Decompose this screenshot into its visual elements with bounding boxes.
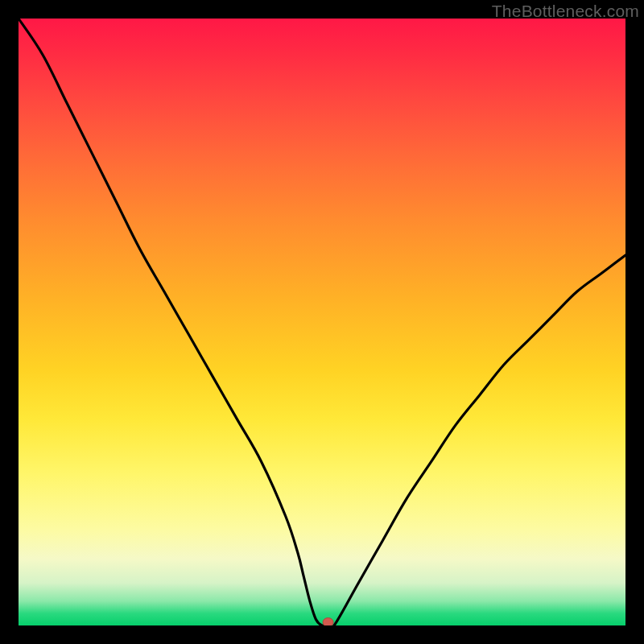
chart-frame: TheBottleneck.com (0, 0, 644, 644)
plot-area (19, 19, 625, 625)
watermark-text: TheBottleneck.com (492, 2, 639, 21)
bottleneck-curve (19, 19, 625, 625)
svg-point-0 (323, 618, 333, 626)
